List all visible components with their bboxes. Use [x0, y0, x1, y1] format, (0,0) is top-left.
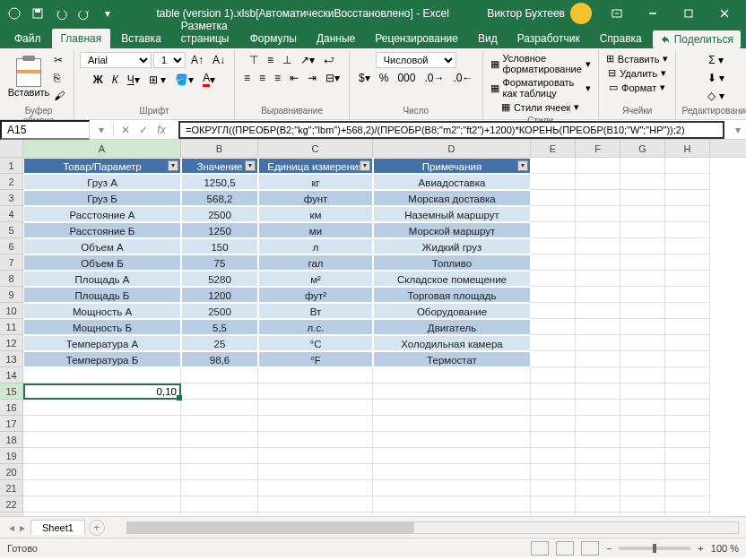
maximize-icon[interactable]	[671, 0, 707, 27]
orientation-icon[interactable]: ↗▾	[297, 52, 318, 68]
tab-help[interactable]: Справка	[591, 29, 651, 48]
cut-icon[interactable]: ✂	[50, 52, 68, 68]
cell[interactable]: Объем А	[23, 238, 181, 254]
align-right-icon[interactable]: ≡	[271, 70, 284, 86]
tab-layout[interactable]: Разметка страницы	[172, 16, 239, 48]
cell[interactable]: кг	[258, 174, 373, 190]
cell[interactable]: Двигатель	[373, 319, 531, 335]
cell[interactable]	[576, 287, 620, 303]
fill-icon[interactable]: ⬇ ▾	[704, 70, 728, 86]
cell[interactable]: Расстояние А	[23, 206, 181, 222]
paste-button[interactable]: Вставить	[9, 56, 48, 99]
cell[interactable]	[665, 480, 710, 496]
cell[interactable]	[576, 400, 620, 416]
col-header-G[interactable]: G	[620, 140, 665, 157]
cell[interactable]: фут²	[258, 287, 373, 303]
name-box[interactable]	[0, 120, 90, 140]
cell[interactable]	[258, 448, 373, 464]
cell[interactable]: Товар/Параметр▾	[23, 158, 181, 174]
cell[interactable]: Торговая площадь	[373, 287, 531, 303]
col-header-E[interactable]: E	[531, 140, 576, 157]
col-header-A[interactable]: A	[23, 140, 181, 157]
font-name-select[interactable]: Arial	[80, 52, 152, 68]
cell[interactable]: 0,10	[23, 383, 181, 400]
cell[interactable]: Площадь Б	[23, 287, 181, 303]
row-header[interactable]: 20	[0, 464, 22, 480]
enter-formula-icon[interactable]: ✓	[135, 124, 152, 136]
cell[interactable]: Груз Б	[23, 190, 181, 206]
cell[interactable]: Авиадоставка	[373, 174, 531, 190]
row-header[interactable]: 13	[0, 351, 22, 367]
page-layout-view-icon[interactable]	[556, 541, 574, 556]
number-format-select[interactable]: Числовой	[376, 52, 456, 68]
cell[interactable]	[23, 496, 181, 513]
cell[interactable]	[576, 480, 620, 496]
cell[interactable]	[531, 496, 576, 513]
cell[interactable]	[181, 448, 258, 464]
sheet-nav[interactable]: ◂▸	[7, 521, 27, 534]
cell[interactable]	[665, 254, 710, 271]
cell[interactable]: 25	[181, 335, 258, 351]
cell[interactable]	[576, 335, 620, 351]
cell[interactable]: 75	[181, 254, 258, 271]
cell[interactable]: 1250,5	[181, 174, 258, 190]
select-all-corner[interactable]	[0, 140, 23, 157]
cell[interactable]	[620, 351, 665, 367]
cell[interactable]	[258, 480, 373, 496]
filter-icon[interactable]: ▾	[360, 160, 370, 171]
cell[interactable]: Температура А	[23, 335, 181, 351]
increase-decimal-icon[interactable]: .0→	[421, 70, 447, 86]
ribbon-options-icon[interactable]	[599, 0, 635, 27]
row-header[interactable]: 3	[0, 190, 22, 206]
cell[interactable]	[258, 432, 373, 448]
align-bottom-icon[interactable]: ⊥	[279, 52, 295, 68]
format-painter-icon[interactable]: 🖌	[50, 88, 68, 104]
close-icon[interactable]	[707, 0, 742, 27]
cell[interactable]: 5,5	[181, 319, 258, 335]
cell[interactable]	[23, 513, 181, 516]
zoom-in-icon[interactable]: +	[698, 543, 703, 554]
conditional-formatting-button[interactable]: ▦Условное форматирование ▾	[489, 52, 593, 75]
cell[interactable]: Температура Б	[23, 351, 181, 367]
cell[interactable]	[665, 206, 710, 222]
row-header[interactable]: 9	[0, 287, 22, 303]
fx-icon[interactable]: fx	[153, 124, 169, 136]
align-middle-icon[interactable]: ≡	[264, 52, 277, 68]
cell[interactable]	[531, 271, 576, 287]
cell[interactable]	[576, 367, 620, 383]
cell[interactable]: °F	[258, 351, 373, 367]
row-header[interactable]: 11	[0, 319, 22, 335]
cell[interactable]	[531, 464, 576, 480]
insert-cells-button[interactable]: ⊞Вставить ▾	[604, 52, 671, 65]
cell[interactable]	[665, 416, 710, 432]
qa-customize-icon[interactable]: ▾	[97, 3, 118, 24]
cell[interactable]	[665, 271, 710, 287]
cell[interactable]	[620, 383, 665, 400]
cell[interactable]	[576, 351, 620, 367]
underline-button[interactable]: Ч ▾	[124, 70, 143, 89]
cell[interactable]: Холодильная камера	[373, 335, 531, 351]
cell[interactable]	[258, 464, 373, 480]
cell[interactable]	[665, 287, 710, 303]
cell[interactable]	[373, 464, 531, 480]
cell[interactable]	[531, 351, 576, 367]
col-header-H[interactable]: H	[665, 140, 710, 157]
row-header[interactable]: 4	[0, 206, 22, 222]
cell[interactable]	[531, 254, 576, 271]
font-color-icon[interactable]: A▾	[199, 70, 219, 89]
cell[interactable]	[531, 287, 576, 303]
share-button[interactable]: Поделиться	[653, 30, 741, 48]
col-header-C[interactable]: C	[258, 140, 373, 157]
cell[interactable]: м²	[258, 271, 373, 287]
cell[interactable]	[620, 303, 665, 319]
tab-home[interactable]: Главная	[52, 29, 111, 48]
cell[interactable]: л	[258, 238, 373, 254]
cell[interactable]	[373, 513, 531, 516]
cell[interactable]: Примечания▾	[373, 158, 531, 174]
cell[interactable]: °C	[258, 335, 373, 351]
cell[interactable]	[620, 271, 665, 287]
cell[interactable]	[23, 367, 181, 383]
cell[interactable]	[576, 416, 620, 432]
cell[interactable]	[665, 432, 710, 448]
cell[interactable]	[23, 464, 181, 480]
